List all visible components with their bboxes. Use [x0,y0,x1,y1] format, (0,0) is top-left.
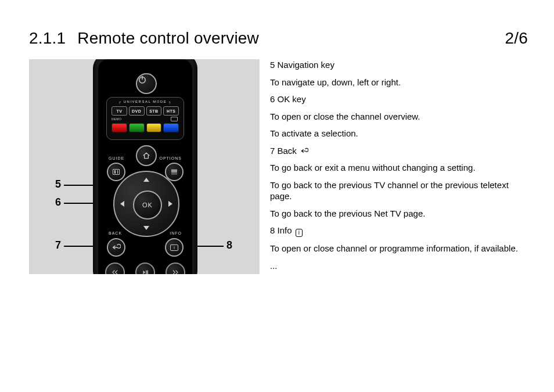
desc-7-title: 7 Back [270,145,528,157]
callout-6: 6 [55,196,61,208]
navigation-ring: OK [113,171,179,237]
forward-button [166,262,185,274]
page-indicator: 2/6 [505,29,528,48]
info-button: i [165,238,184,257]
mode-tv: TV [111,106,127,116]
mode-dvd: DVD [129,106,145,116]
universal-mode-label: ┌ UNIVERSAL MODE ┐ [107,100,184,103]
rewind-icon [111,268,119,274]
desc-6-body1: To open or close the channel overview. [270,111,528,123]
manual-page: 2.1.1 Remote control overview 2/6 5 6 7 … [0,0,554,392]
callout-7: 7 [55,239,61,251]
desc-7-body3: To go back to the previous Net TV page. [270,208,528,220]
back-icon [111,243,121,252]
power-button [136,73,157,94]
demo-label: DEMO [111,117,121,121]
guide-button [107,163,125,181]
mode-stb: STB [146,106,162,116]
info-icon: i [170,244,178,251]
green-key [129,123,145,132]
info-inline-icon: i [296,229,303,237]
guide-icon [113,169,120,175]
nav-left-icon [120,201,124,207]
section-number: 2.1.1 [29,29,66,48]
mode-hts: HTS [163,106,179,116]
back-label: BACK [109,231,122,235]
power-icon [137,74,148,85]
desc-6-title: 6 OK key [270,93,528,105]
desc-5-title: 5 Navigation key [270,59,528,71]
remote-body: ┌ UNIVERSAL MODE ┐ TV DVD STB HTS DEMO [93,59,197,274]
ok-button: OK [133,190,162,220]
guide-label: GUIDE [109,156,124,160]
desc-8-body: To open or close channel or programme in… [270,243,528,254]
back-button [107,238,125,257]
desc-ellipsis: ... [270,260,528,272]
options-label: OPTIONS [159,156,182,160]
page-header: 2.1.1 Remote control overview 2/6 [29,29,528,48]
nav-down-icon [143,226,149,230]
page-title: Remote control overview [77,29,259,48]
blue-key [163,123,179,132]
nav-up-icon [143,178,149,182]
yellow-key [146,123,162,132]
info-label: INFO [170,231,182,235]
desc-5-body: To navigate up, down, left or right. [270,77,528,88]
transport-row [105,262,185,274]
teletext-icon [171,117,178,121]
home-button [136,145,157,166]
callout-8: 8 [226,239,232,251]
forward-icon [171,268,179,274]
remote-figure: 5 6 7 8 ┌ [29,59,260,274]
red-key [111,123,127,132]
remote-face: ┌ UNIVERSAL MODE ┐ TV DVD STB HTS DEMO [98,59,192,274]
play-pause-icon [141,268,149,274]
description-column: 5 Navigation key To navigate up, down, l… [270,59,528,277]
home-icon [142,151,151,160]
desc-6-body2: To activate a selection. [270,128,528,139]
desc-7-body2: To go back to the previous TV channel or… [270,179,528,202]
rewind-button [105,262,125,274]
svg-rect-3 [148,271,148,275]
callout-5: 5 [55,178,61,190]
desc-7-body1: To go back or exit a menu without changi… [270,162,528,174]
nav-right-icon [168,201,172,207]
desc-8-title: 8 Info i [270,225,528,237]
play-pause-button [135,262,155,274]
svg-rect-2 [146,271,146,275]
back-inline-icon [300,147,308,155]
mode-panel: ┌ UNIVERSAL MODE ┐ TV DVD STB HTS DEMO [106,97,184,140]
options-icon [171,170,177,174]
